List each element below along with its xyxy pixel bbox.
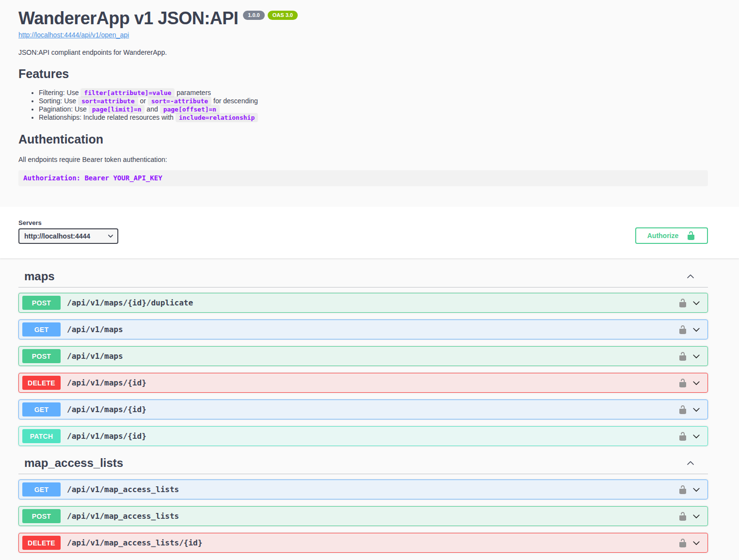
operations: maps POST /api/v1/maps/{id}/duplicate GE… — [0, 258, 739, 553]
chevron-up-icon[interactable] — [686, 458, 695, 468]
unlocked-padlock-icon — [686, 231, 696, 240]
method-badge: PATCH — [22, 429, 61, 443]
lock-icon[interactable] — [678, 485, 688, 495]
method-badge: POST — [22, 296, 61, 310]
method-badge: DELETE — [22, 536, 61, 550]
feature-text: or — [138, 97, 148, 105]
chevron-down-icon[interactable] — [692, 539, 701, 547]
lock-icon[interactable] — [678, 298, 688, 308]
authentication-text: All endpoints require Bearer token authe… — [18, 156, 708, 163]
lock-icon[interactable] — [678, 352, 688, 361]
endpoint-path: /api/v1/map_access_lists/{id} — [67, 538, 202, 547]
method-badge: POST — [22, 509, 61, 523]
method-badge: DELETE — [22, 376, 61, 390]
chevron-down-icon[interactable] — [692, 512, 701, 521]
features-list: Filtering: Use filter[attribute]=value p… — [18, 89, 708, 122]
tag-section-maps: maps POST /api/v1/maps/{id}/duplicate GE… — [18, 269, 708, 446]
endpoint-row[interactable]: PATCH /api/v1/maps/{id} — [18, 426, 708, 446]
lock-icon[interactable] — [678, 405, 688, 415]
lock-icon[interactable] — [678, 378, 688, 388]
endpoint-row[interactable]: POST /api/v1/maps — [18, 346, 708, 366]
lock-icon[interactable] — [678, 538, 688, 548]
endpoint-list-map-access-lists: GET /api/v1/map_access_lists POST /api/v… — [18, 480, 708, 553]
authorization-code-block: Authorization: Bearer YOUR_API_KEY — [18, 170, 708, 186]
inline-code: include=relationship — [176, 113, 258, 122]
chevron-up-icon[interactable] — [686, 272, 695, 281]
chevron-down-icon[interactable] — [692, 405, 701, 414]
feature-item-pagination: Pagination: Use page[limit]=n and page[o… — [39, 105, 708, 113]
endpoint-row[interactable]: GET /api/v1/maps — [18, 320, 708, 339]
spec-url-link[interactable]: http://localhost:4444/api/v1/open_api — [18, 31, 129, 39]
authorize-button-label: Authorize — [647, 232, 679, 240]
page-title: WandererApp v1 JSON:API — [18, 8, 238, 29]
feature-item-filtering: Filtering: Use filter[attribute]=value p… — [39, 89, 708, 97]
info-section: WandererApp v1 JSON:API 1.0.0 OAS 3.0 ht… — [0, 0, 739, 207]
tag-header-map-access-lists[interactable]: map_access_lists — [18, 456, 708, 474]
feature-text: Filtering: Use — [39, 89, 80, 96]
endpoint-path: /api/v1/maps/{id} — [67, 405, 146, 414]
api-description: JSON:API compliant endpoints for Wandere… — [18, 48, 708, 56]
tag-header-maps[interactable]: maps — [18, 269, 708, 288]
chevron-down-icon[interactable] — [692, 299, 701, 307]
endpoint-row[interactable]: POST /api/v1/map_access_lists — [18, 506, 708, 526]
scheme-container: Servers http://localhost:4444 Authorize — [0, 207, 739, 258]
endpoint-path: /api/v1/maps — [67, 352, 123, 361]
tag-title: map_access_lists — [24, 456, 123, 470]
endpoint-row[interactable]: GET /api/v1/map_access_lists — [18, 480, 708, 499]
tag-section-map-access-lists: map_access_lists GET /api/v1/map_access_… — [18, 456, 708, 553]
endpoint-row[interactable]: POST /api/v1/maps/{id}/duplicate — [18, 293, 708, 313]
method-badge: POST — [22, 349, 61, 363]
feature-text: Relationships: Include related resources… — [39, 113, 176, 121]
tag-title: maps — [24, 269, 55, 283]
feature-item-sorting: Sorting: Use sort=attribute or sort=-att… — [39, 97, 708, 105]
authorize-button[interactable]: Authorize — [635, 227, 708, 244]
chevron-down-icon[interactable] — [692, 352, 701, 361]
inline-code: page[limit]=n — [89, 105, 145, 114]
servers-block: Servers http://localhost:4444 — [18, 219, 118, 244]
chevron-down-icon[interactable] — [692, 485, 701, 494]
feature-text: Pagination: Use — [39, 105, 89, 113]
endpoint-path: /api/v1/maps — [67, 325, 123, 334]
feature-text: Sorting: Use — [39, 97, 78, 105]
lock-icon[interactable] — [678, 432, 688, 441]
title-row: WandererApp v1 JSON:API 1.0.0 OAS 3.0 — [18, 8, 708, 29]
chevron-down-icon[interactable] — [692, 325, 701, 334]
endpoint-row[interactable]: GET /api/v1/maps/{id} — [18, 400, 708, 419]
version-badges: 1.0.0 OAS 3.0 — [243, 11, 298, 20]
endpoint-path: /api/v1/maps/{id}/duplicate — [67, 298, 193, 307]
endpoint-path: /api/v1/maps/{id} — [67, 432, 146, 441]
version-badge: 1.0.0 — [243, 11, 264, 20]
endpoint-list-maps: POST /api/v1/maps/{id}/duplicate GET /ap… — [18, 293, 708, 446]
chevron-down-icon[interactable] — [692, 432, 701, 441]
lock-icon[interactable] — [678, 325, 688, 335]
features-heading: Features — [18, 66, 708, 81]
servers-label: Servers — [18, 219, 118, 226]
authentication-heading: Authentication — [18, 132, 708, 146]
method-badge: GET — [22, 402, 61, 416]
endpoint-path: /api/v1/map_access_lists — [67, 512, 179, 521]
feature-item-relationships: Relationships: Include related resources… — [39, 113, 708, 122]
feature-text: for descending — [211, 97, 258, 105]
servers-select[interactable]: http://localhost:4444 — [18, 228, 118, 244]
endpoint-path: /api/v1/map_access_lists — [67, 485, 179, 494]
method-badge: GET — [22, 482, 61, 496]
lock-icon[interactable] — [678, 512, 688, 521]
oas-badge: OAS 3.0 — [268, 11, 298, 20]
feature-text: and — [145, 105, 160, 113]
endpoint-path: /api/v1/maps/{id} — [67, 378, 146, 387]
endpoint-row[interactable]: DELETE /api/v1/maps/{id} — [18, 373, 708, 393]
method-badge: GET — [22, 322, 61, 336]
endpoint-row[interactable]: DELETE /api/v1/map_access_lists/{id} — [18, 533, 708, 553]
chevron-down-icon[interactable] — [692, 379, 701, 387]
feature-text: parameters — [175, 89, 211, 96]
